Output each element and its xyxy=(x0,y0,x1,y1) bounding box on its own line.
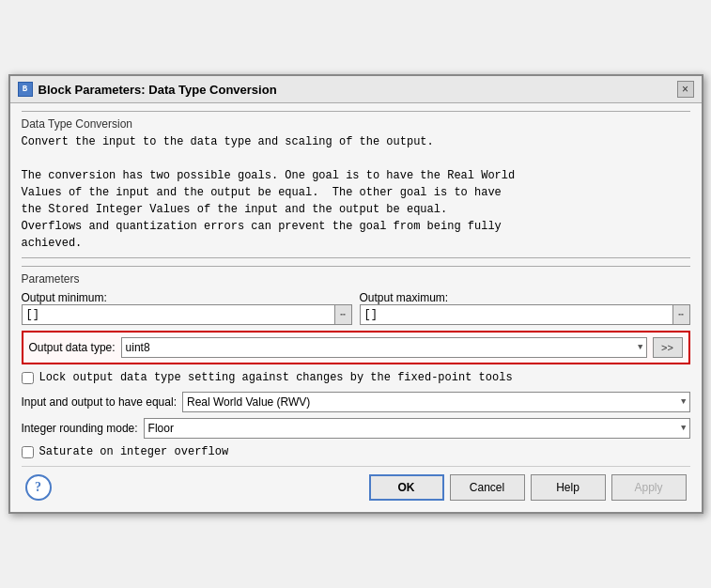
lock-checkbox[interactable] xyxy=(22,372,34,384)
saturate-label: Saturate on integer overflow xyxy=(39,444,229,460)
output-maximum-dots-button[interactable]: ⋯ xyxy=(673,304,690,325)
block-name-label: Data Type Conversion xyxy=(22,117,690,131)
input-output-label: Input and output to have equal: xyxy=(22,395,177,409)
rounding-select[interactable]: Floor Ceiling Convergent Nearest Round S… xyxy=(144,418,690,439)
input-output-select[interactable]: Real World Value (RWV) Stored Integer (S… xyxy=(182,392,690,412)
output-minimum-dots-button[interactable]: ⋯ xyxy=(335,304,352,325)
description-block: Data Type Conversion Convert the input t… xyxy=(22,111,690,258)
output-maximum-group: Output maximum: ⋯ xyxy=(360,291,690,325)
main-buttons: OK Cancel Help Apply xyxy=(369,474,687,501)
button-row: ? OK Cancel Help Apply xyxy=(22,466,690,504)
desc-line-3: The conversion has two possible goals. O… xyxy=(22,167,690,184)
output-data-type-select-wrapper: uint8 int8 int16 uint16 int32 uint32 sin… xyxy=(121,337,647,358)
output-minimum-group: Output minimum: ⋯ xyxy=(22,291,352,325)
apply-button[interactable]: Apply xyxy=(611,474,687,501)
saturate-checkbox-row: Saturate on integer overflow xyxy=(22,444,690,460)
output-maximum-input[interactable] xyxy=(360,304,673,325)
output-minimum-input[interactable] xyxy=(22,304,335,325)
saturate-checkbox[interactable] xyxy=(22,446,34,458)
help-icon-button[interactable]: ? xyxy=(25,474,52,501)
rounding-select-wrapper: Floor Ceiling Convergent Nearest Round S… xyxy=(144,418,690,439)
desc-line-7: achieved. xyxy=(22,235,690,252)
window-title: Block Parameters: Data Type Conversion xyxy=(39,83,277,97)
desc-line-5: the Stored Integer Values of the input a… xyxy=(22,201,690,218)
window-icon: B xyxy=(18,82,33,97)
output-maximum-input-group: ⋯ xyxy=(360,304,690,325)
cancel-button[interactable]: Cancel xyxy=(450,474,525,501)
desc-line-1: Convert the input to the data type and s… xyxy=(22,133,690,150)
output-minimum-input-group: ⋯ xyxy=(22,304,352,325)
input-output-row: Input and output to have equal: Real Wor… xyxy=(22,392,690,412)
parameters-section: Parameters Output minimum: ⋯ Output maxi… xyxy=(22,266,690,460)
rounding-row: Integer rounding mode: Floor Ceiling Con… xyxy=(22,418,690,439)
lock-checkbox-row: Lock output data type setting against ch… xyxy=(22,370,690,386)
rounding-label: Integer rounding mode: xyxy=(22,422,138,435)
desc-line-2 xyxy=(22,150,690,167)
close-button[interactable]: × xyxy=(677,81,694,98)
output-minimum-label: Output minimum: xyxy=(22,291,352,304)
output-data-type-row: Output data type: uint8 int8 int16 uint1… xyxy=(22,331,690,364)
dialog-window: B Block Parameters: Data Type Conversion… xyxy=(8,74,703,514)
desc-line-4: Values of the input and the output be eq… xyxy=(22,184,690,201)
lock-label: Lock output data type setting against ch… xyxy=(39,370,513,386)
params-title: Parameters xyxy=(22,272,690,286)
min-max-row: Output minimum: ⋯ Output maximum: ⋯ xyxy=(22,291,690,325)
output-data-type-label: Output data type: xyxy=(29,341,116,354)
title-bar: B Block Parameters: Data Type Conversion… xyxy=(10,76,702,103)
arrow-button[interactable]: >> xyxy=(653,337,683,358)
output-maximum-label: Output maximum: xyxy=(360,291,690,304)
title-bar-left: B Block Parameters: Data Type Conversion xyxy=(18,82,277,97)
input-output-select-wrapper: Real World Value (RWV) Stored Integer (S… xyxy=(182,392,690,412)
desc-line-6: Overflows and quantization errors can pr… xyxy=(22,218,690,235)
help-button[interactable]: Help xyxy=(531,474,606,501)
output-data-type-select[interactable]: uint8 int8 int16 uint16 int32 uint32 sin… xyxy=(121,337,647,358)
dialog-body: Data Type Conversion Convert the input t… xyxy=(10,103,702,512)
ok-button[interactable]: OK xyxy=(369,474,444,501)
